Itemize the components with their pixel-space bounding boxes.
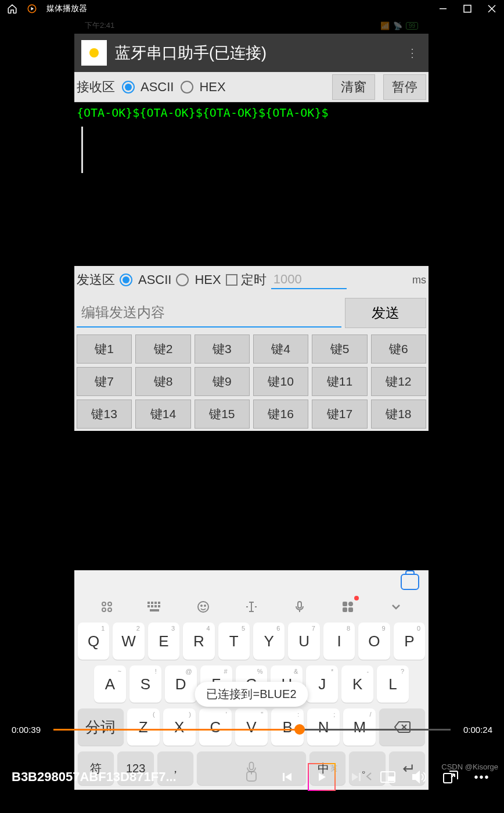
app-icon [81, 40, 107, 66]
timer-checkbox[interactable]: 定时 [226, 271, 267, 289]
shortcut-key[interactable]: 键12 [371, 367, 426, 396]
receive-text: {OTA-OK}${OTA-OK}${OTA-OK}${OTA-OK}$ [77, 106, 426, 120]
receive-hex-radio[interactable]: HEX [181, 80, 225, 95]
status-time: 下午2:41 [85, 20, 114, 31]
shortcut-key[interactable]: 键4 [253, 334, 308, 364]
key-y[interactable]: Y6 [253, 623, 285, 660]
chevron-down-icon[interactable] [386, 597, 406, 617]
key-o[interactable]: O9 [358, 623, 390, 660]
key-p[interactable]: P0 [394, 623, 425, 660]
key-l[interactable]: L? [377, 665, 409, 703]
shortcut-key[interactable]: 键17 [312, 400, 367, 429]
phone-status-bar: 下午2:41 📶 📡 99 [74, 17, 429, 34]
apps-icon[interactable] [338, 597, 358, 617]
shortcut-key[interactable]: 键10 [253, 367, 308, 396]
key-a[interactable]: A~ [94, 665, 126, 703]
close-button[interactable] [487, 3, 497, 14]
key-e[interactable]: E3 [148, 623, 179, 660]
receive-content: {OTA-OK}${OTA-OK}${OTA-OK}${OTA-OK}$ [74, 102, 429, 265]
svg-rect-25 [343, 607, 347, 612]
shortcut-key[interactable]: 键7 [77, 367, 132, 396]
shortcut-key[interactable]: 键5 [312, 334, 367, 364]
svg-rect-12 [154, 602, 157, 604]
svg-point-6 [102, 602, 106, 606]
timer-input[interactable] [271, 271, 347, 289]
key-w[interactable]: W2 [113, 623, 144, 660]
svg-rect-22 [298, 602, 301, 608]
svg-rect-17 [158, 605, 160, 607]
progress-track[interactable] [53, 729, 451, 731]
svg-rect-23 [343, 602, 347, 606]
send-hex-radio[interactable]: HEX [176, 272, 221, 287]
shortcut-key[interactable]: 键16 [253, 400, 308, 429]
send-button[interactable]: 发送 [345, 298, 426, 328]
volume-button[interactable] [409, 767, 430, 787]
key-k[interactable]: K- [341, 665, 373, 703]
robot-icon[interactable] [401, 574, 419, 590]
send-input[interactable] [77, 298, 341, 328]
shortcut-key[interactable]: 键15 [195, 400, 250, 429]
shortcut-key[interactable]: 键14 [135, 400, 190, 429]
svg-rect-35 [359, 773, 361, 781]
window-title: 媒体播放器 [46, 3, 87, 14]
keyboard-row-1: Q1W2E3R4T5Y6U7I8O9P0 [78, 623, 425, 660]
emoji-icon[interactable] [193, 597, 213, 617]
key-r[interactable]: R4 [183, 623, 214, 660]
display-mode-button[interactable] [377, 767, 398, 787]
mic-icon[interactable] [290, 597, 309, 617]
shortcut-key[interactable]: 键9 [195, 367, 250, 396]
key-u[interactable]: U7 [288, 623, 319, 660]
svg-point-9 [108, 608, 111, 611]
key-j[interactable]: J* [306, 665, 338, 703]
video-progress-bar: 0:00:39 0:00:24 [0, 721, 504, 738]
key-d[interactable]: D@ [165, 665, 197, 703]
shortcut-key[interactable]: 键8 [135, 367, 190, 396]
svg-rect-26 [348, 607, 353, 612]
receive-label: 接收区 [77, 78, 115, 96]
text-cursor [81, 127, 83, 173]
svg-point-7 [108, 602, 111, 606]
shortcut-key[interactable]: 键13 [77, 400, 132, 429]
svg-rect-31 [283, 773, 285, 781]
cursor-icon[interactable] [242, 597, 261, 617]
menu-icon[interactable]: ⋮ [403, 46, 422, 60]
progress-knob[interactable] [294, 724, 305, 735]
next-button[interactable] [346, 767, 367, 787]
time-current: 0:00:39 [12, 725, 46, 735]
key-q[interactable]: Q1 [78, 623, 109, 660]
svg-rect-3 [464, 5, 471, 12]
svg-rect-11 [151, 602, 153, 604]
pip-button[interactable] [440, 767, 461, 787]
shortcut-key[interactable]: 键2 [135, 334, 190, 364]
keyboard-layout-icon[interactable] [145, 597, 165, 617]
svg-point-21 [204, 605, 206, 606]
send-input-row: 发送 [74, 294, 429, 332]
play-button[interactable] [308, 763, 336, 791]
svg-rect-14 [147, 605, 150, 607]
prev-button[interactable] [276, 767, 297, 787]
video-controls: B3B298057ABF13D871F7... ••• [0, 760, 504, 794]
shortcut-key[interactable]: 键18 [371, 400, 426, 429]
clear-button[interactable]: 清窗 [332, 74, 375, 100]
maximize-button[interactable] [462, 3, 473, 14]
phone-screen: 下午2:41 📶 📡 99 蓝牙串口助手(已连接) ⋮ 接收区 ASCII HE… [74, 17, 429, 790]
shortcut-key[interactable]: 键3 [195, 334, 250, 364]
grid-icon[interactable] [97, 597, 117, 617]
receive-ascii-radio[interactable]: ASCII [122, 80, 174, 95]
app-titlebar: 蓝牙串口助手(已连接) ⋮ [74, 34, 429, 72]
home-icon[interactable] [7, 3, 17, 14]
pause-button[interactable]: 暂停 [383, 74, 426, 100]
wifi-icon: 📡 [393, 21, 402, 30]
key-i[interactable]: I8 [323, 623, 355, 660]
more-button[interactable]: ••• [471, 767, 492, 787]
shortcut-key[interactable]: 键6 [371, 334, 426, 364]
minimize-button[interactable] [438, 3, 448, 14]
svg-rect-18 [150, 609, 159, 611]
shortcut-key[interactable]: 键11 [312, 367, 367, 396]
shortcut-key[interactable]: 键1 [77, 334, 132, 364]
battery-icon: 99 [406, 22, 418, 30]
key-t[interactable]: T5 [218, 623, 250, 660]
key-s[interactable]: S! [129, 665, 161, 703]
svg-marker-34 [352, 773, 358, 781]
send-ascii-radio[interactable]: ASCII [120, 272, 171, 287]
